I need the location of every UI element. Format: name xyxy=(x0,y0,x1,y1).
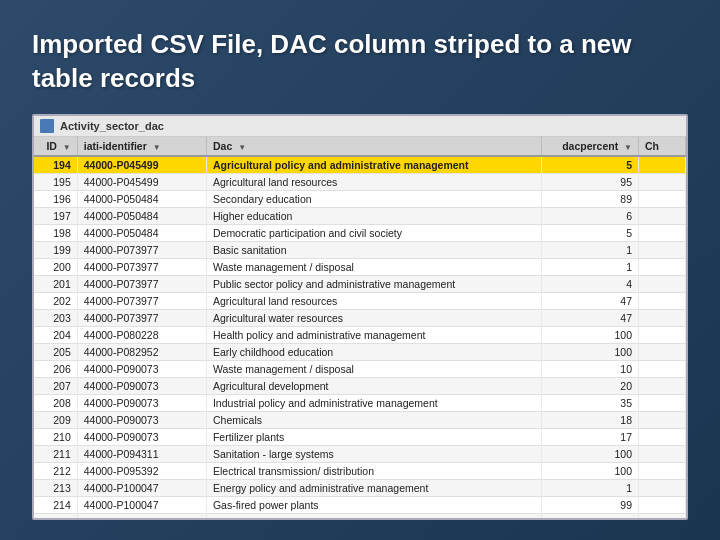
table-row[interactable]: 21444000-P100047Gas-fired power plants99 xyxy=(34,496,686,513)
cell-dac: Waste management / disposal xyxy=(206,258,541,275)
table-icon xyxy=(40,119,54,133)
slide-container: Imported CSV File, DAC column striped to… xyxy=(0,0,720,540)
table-row[interactable]: 20644000-P090073Waste management / dispo… xyxy=(34,360,686,377)
col-header-dacpercent[interactable]: dacpercent ▼ xyxy=(541,137,638,156)
col-header-dac[interactable]: Dac ▼ xyxy=(206,137,541,156)
cell-ch xyxy=(639,479,686,496)
cell-dac: Sanitation - large systems xyxy=(206,445,541,462)
cell-iati: 44000-P073977 xyxy=(77,258,206,275)
table-row[interactable]: 21344000-P100047Energy policy and admini… xyxy=(34,479,686,496)
cell-iati: 44000-P080228 xyxy=(77,326,206,343)
cell-ch xyxy=(639,411,686,428)
cell-ch xyxy=(639,224,686,241)
cell-iati: 44000-P045499 xyxy=(77,156,206,174)
cell-ch xyxy=(639,326,686,343)
sort-arrow-dacpercent: ▼ xyxy=(624,143,632,152)
cell-dacpercent: 100 xyxy=(541,326,638,343)
cell-dacpercent: 4 xyxy=(541,513,638,520)
cell-iati: 44000-P094311 xyxy=(77,445,206,462)
cell-id: 214 xyxy=(34,496,77,513)
cell-dacpercent: 6 xyxy=(541,207,638,224)
table-row[interactable]: 20144000-P073977Public sector policy and… xyxy=(34,275,686,292)
cell-dac: Energy policy and administrative managem… xyxy=(206,513,541,520)
cell-dac: Waste management / disposal xyxy=(206,360,541,377)
cell-dac: Democratic participation and civil socie… xyxy=(206,224,541,241)
table-row[interactable]: 21244000-P095392Electrical transmission/… xyxy=(34,462,686,479)
cell-ch xyxy=(639,360,686,377)
cell-ch xyxy=(639,445,686,462)
cell-ch xyxy=(639,156,686,174)
cell-id: 204 xyxy=(34,326,77,343)
cell-ch xyxy=(639,173,686,190)
table-row[interactable]: 19444000-P045499Agricultural policy and … xyxy=(34,156,686,174)
cell-iati: 44000-P045499 xyxy=(77,173,206,190)
cell-iati: 44000-P050484 xyxy=(77,190,206,207)
cell-ch xyxy=(639,496,686,513)
cell-id: 197 xyxy=(34,207,77,224)
cell-iati: 44000-P095392 xyxy=(77,462,206,479)
table-header-row: ID ▼ iati-identifier ▼ Dac ▼ dacpercen xyxy=(34,137,686,156)
cell-iati: 44000-P050484 xyxy=(77,207,206,224)
cell-ch xyxy=(639,513,686,520)
cell-dac: Gas-fired power plants xyxy=(206,496,541,513)
table-row[interactable]: 19844000-P050484Democratic participation… xyxy=(34,224,686,241)
cell-id: 206 xyxy=(34,360,77,377)
cell-iati: 44000-P101103 xyxy=(77,513,206,520)
table-row[interactable]: 20344000-P073977Agricultural water resou… xyxy=(34,309,686,326)
cell-ch xyxy=(639,190,686,207)
table-row[interactable]: 19944000-P073977Basic sanitation1 xyxy=(34,241,686,258)
cell-iati: 44000-P082952 xyxy=(77,343,206,360)
cell-id: 213 xyxy=(34,479,77,496)
cell-dac: Agricultural development xyxy=(206,377,541,394)
cell-iati: 44000-P073977 xyxy=(77,275,206,292)
table-row[interactable]: 19744000-P050484Higher education6 xyxy=(34,207,686,224)
cell-id: 207 xyxy=(34,377,77,394)
table-row[interactable]: 20944000-P090073Chemicals18 xyxy=(34,411,686,428)
cell-id: 209 xyxy=(34,411,77,428)
cell-dac: Electrical transmission/ distribution xyxy=(206,462,541,479)
cell-id: 203 xyxy=(34,309,77,326)
cell-dacpercent: 5 xyxy=(541,156,638,174)
cell-dac: Early childhood education xyxy=(206,343,541,360)
table-row[interactable]: 21544000-P101103Energy policy and admini… xyxy=(34,513,686,520)
cell-dacpercent: 4 xyxy=(541,275,638,292)
cell-ch xyxy=(639,462,686,479)
cell-ch xyxy=(639,343,686,360)
cell-dacpercent: 10 xyxy=(541,360,638,377)
table-row[interactable]: 21044000-P090073Fertilizer plants17 xyxy=(34,428,686,445)
cell-id: 212 xyxy=(34,462,77,479)
cell-dacpercent: 95 xyxy=(541,173,638,190)
cell-dacpercent: 20 xyxy=(541,377,638,394)
cell-dacpercent: 1 xyxy=(541,479,638,496)
table-row[interactable]: 20244000-P073977Agricultural land resour… xyxy=(34,292,686,309)
cell-dac: Industrial policy and administrative man… xyxy=(206,394,541,411)
sort-arrow-id: ▼ xyxy=(63,143,71,152)
table-row[interactable]: 19644000-P050484Secondary education89 xyxy=(34,190,686,207)
cell-ch xyxy=(639,292,686,309)
table-row[interactable]: 19544000-P045499Agricultural land resour… xyxy=(34,173,686,190)
cell-dacpercent: 100 xyxy=(541,462,638,479)
table-row[interactable]: 20444000-P080228Health policy and admini… xyxy=(34,326,686,343)
cell-id: 196 xyxy=(34,190,77,207)
col-header-iati[interactable]: iati-identifier ▼ xyxy=(77,137,206,156)
table-row[interactable]: 20044000-P073977Waste management / dispo… xyxy=(34,258,686,275)
cell-iati: 44000-P090073 xyxy=(77,360,206,377)
col-header-id[interactable]: ID ▼ xyxy=(34,137,77,156)
table-row[interactable]: 21144000-P094311Sanitation - large syste… xyxy=(34,445,686,462)
sort-arrow-dac: ▼ xyxy=(238,143,246,152)
cell-dac: Fertilizer plants xyxy=(206,428,541,445)
table-row[interactable]: 20744000-P090073Agricultural development… xyxy=(34,377,686,394)
cell-ch xyxy=(639,241,686,258)
table-row[interactable]: 20544000-P082952Early childhood educatio… xyxy=(34,343,686,360)
col-header-ch[interactable]: Ch xyxy=(639,137,686,156)
cell-dacpercent: 17 xyxy=(541,428,638,445)
cell-iati: 44000-P090073 xyxy=(77,377,206,394)
cell-id: 205 xyxy=(34,343,77,360)
cell-dacpercent: 99 xyxy=(541,496,638,513)
cell-id: 210 xyxy=(34,428,77,445)
cell-iati: 44000-P050484 xyxy=(77,224,206,241)
table-row[interactable]: 20844000-P090073Industrial policy and ad… xyxy=(34,394,686,411)
cell-dacpercent: 89 xyxy=(541,190,638,207)
cell-id: 200 xyxy=(34,258,77,275)
cell-dacpercent: 1 xyxy=(541,241,638,258)
